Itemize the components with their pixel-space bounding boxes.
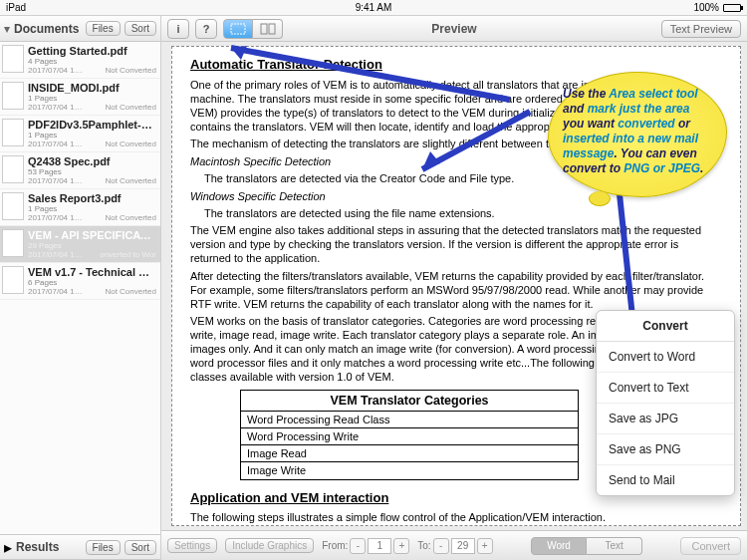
document-item[interactable]: PDF2IDv3.5Pamphlet-3.…1 Pages2017/07/04 … [0, 116, 160, 152]
doc-status: Not Converted [105, 103, 156, 112]
chevron-down-icon[interactable]: ▾ [4, 22, 10, 36]
select-tool-segment [223, 19, 283, 39]
document-list: Getting Started.pdf4 Pages2017/07/04 1…N… [0, 42, 160, 534]
doc-status: Not Converted [105, 287, 156, 296]
doc-pages: 29 Pages [28, 241, 156, 250]
table-cell: Word Processing Write [241, 428, 579, 445]
doc-status: Not Converted [105, 66, 156, 75]
to-plus[interactable]: + [477, 538, 493, 554]
doc-pages: 6 Pages [28, 278, 156, 287]
doc-status: Not Converted [105, 140, 156, 148]
table-cell: Word Processing Read Class [241, 412, 579, 428]
table-cell: Image Write [241, 462, 579, 479]
info-button[interactable]: i [167, 19, 189, 39]
doc-thumb-icon [2, 192, 24, 220]
doc-name: VEM v1.7 - Technical S… [28, 266, 156, 278]
results-title: Results [16, 540, 82, 554]
main-toolbar: i ? Preview Text Preview [161, 16, 747, 42]
from-value[interactable]: 1 [368, 538, 391, 554]
doc-para: The VEM engine also takes additional ste… [190, 223, 714, 265]
document-viewport[interactable]: Automatic Translator Detection One of th… [161, 42, 747, 530]
page-view-tool[interactable] [253, 19, 283, 39]
convert-menu-item[interactable]: Save as PNG [597, 434, 734, 465]
doc-thumb-icon [2, 45, 24, 73]
doc-thumb-icon [2, 155, 24, 183]
document-item[interactable]: Sales Report3.pdf1 Pages2017/07/04 1…Not… [0, 189, 160, 226]
doc-name: VEM - API SPECIFICATI… [28, 229, 156, 241]
marquee-icon [230, 23, 246, 35]
to-minus[interactable]: - [433, 538, 449, 554]
doc-date: 2017/07/04 1… [28, 140, 83, 148]
chevron-right-icon[interactable]: ▸ [4, 538, 12, 557]
convert-menu-item[interactable]: Send to Mail [597, 465, 734, 495]
seg-word[interactable]: Word [531, 537, 587, 555]
document-item[interactable]: VEM v1.7 - Technical S…6 Pages2017/07/04… [0, 263, 160, 300]
seg-text[interactable]: Text [587, 537, 642, 555]
doc-name: PDF2IDv3.5Pamphlet-3.… [28, 119, 156, 131]
doc-date: 2017/07/04 1… [28, 176, 83, 185]
svg-rect-1 [261, 24, 267, 34]
doc-para: After detecting the filters/translators … [190, 269, 714, 311]
convert-menu-item[interactable]: Convert to Text [597, 373, 734, 404]
table-title: VEM Translator Categories [240, 390, 579, 411]
doc-status: onverted to Wor [100, 250, 156, 259]
doc-pages: 1 Pages [28, 131, 156, 140]
document-item[interactable]: INSIDE_MODI.pdf1 Pages2017/07/04 1…Not C… [0, 79, 160, 116]
from-label: From: [322, 540, 348, 551]
from-plus[interactable]: + [393, 538, 409, 554]
results-files-button[interactable]: Files [86, 540, 121, 555]
to-value[interactable]: 29 [451, 538, 475, 554]
to-label: To: [417, 540, 430, 551]
results-header: ▸ Results Files Sort [0, 534, 160, 560]
convert-menu-item[interactable]: Save as JPG [597, 404, 734, 434]
doc-thumb-icon [2, 266, 24, 294]
battery-icon [723, 4, 741, 12]
doc-date: 2017/07/04 1… [28, 250, 83, 259]
doc-thumb-icon [2, 229, 24, 257]
doc-date: 2017/07/04 1… [28, 103, 83, 112]
document-item[interactable]: VEM - API SPECIFICATI…29 Pages2017/07/04… [0, 226, 160, 263]
doc-pages: 4 Pages [28, 57, 156, 66]
device-label: iPad [6, 2, 26, 13]
preview-title: Preview [431, 22, 476, 36]
document-item[interactable]: Getting Started.pdf4 Pages2017/07/04 1…N… [0, 42, 160, 79]
sort-button[interactable]: Sort [124, 21, 156, 36]
book-icon [260, 23, 276, 35]
sidebar-title: Documents [14, 22, 82, 36]
settings-button[interactable]: Settings [167, 538, 217, 553]
convert-menu-item[interactable]: Convert to Word [597, 342, 734, 373]
status-bar: iPad 9:41 AM 100% [0, 0, 747, 16]
clock: 9:41 AM [356, 2, 392, 13]
doc-para: The translators are detected using the f… [204, 206, 714, 220]
doc-name: Sales Report3.pdf [28, 192, 156, 204]
files-button[interactable]: Files [86, 21, 121, 36]
doc-name: INSIDE_MODI.pdf [28, 82, 156, 94]
doc-thumb-icon [2, 119, 24, 146]
sidebar-header: ▾ Documents Files Sort [0, 16, 160, 42]
output-format-segment: Word Text [531, 537, 642, 555]
convert-button[interactable]: Convert [680, 537, 741, 555]
sidebar: ▾ Documents Files Sort Getting Started.p… [0, 16, 161, 560]
vem-categories-table: VEM Translator Categories Word Processin… [240, 390, 579, 479]
doc-thumb-icon [2, 82, 24, 110]
main-pane: i ? Preview Text Preview Automatic Trans… [161, 16, 747, 560]
doc-para: The following steps illustrates a simple… [190, 510, 714, 524]
include-graphics-toggle[interactable]: Include Graphics [225, 538, 314, 553]
doc-pages: 1 Pages [28, 204, 156, 213]
help-button[interactable]: ? [195, 19, 217, 39]
help-callout: Use the Area select tool and mark just t… [548, 72, 727, 197]
text-preview-button[interactable]: Text Preview [661, 20, 741, 38]
doc-name: Getting Started.pdf [28, 45, 156, 57]
area-select-tool[interactable] [223, 19, 253, 39]
doc-date: 2017/07/04 1… [28, 66, 83, 75]
convert-menu: Convert Convert to WordConvert to TextSa… [596, 310, 735, 496]
doc-status: Not Converted [105, 176, 156, 185]
doc-name: Q2438 Spec.pdf [28, 155, 156, 167]
doc-pages: 53 Pages [28, 167, 156, 176]
svg-rect-0 [231, 24, 245, 34]
results-sort-button[interactable]: Sort [124, 540, 156, 555]
document-item[interactable]: Q2438 Spec.pdf53 Pages2017/07/04 1…Not C… [0, 152, 160, 189]
from-minus[interactable]: - [350, 538, 366, 554]
doc-date: 2017/07/04 1… [28, 213, 83, 222]
svg-rect-2 [269, 24, 275, 34]
